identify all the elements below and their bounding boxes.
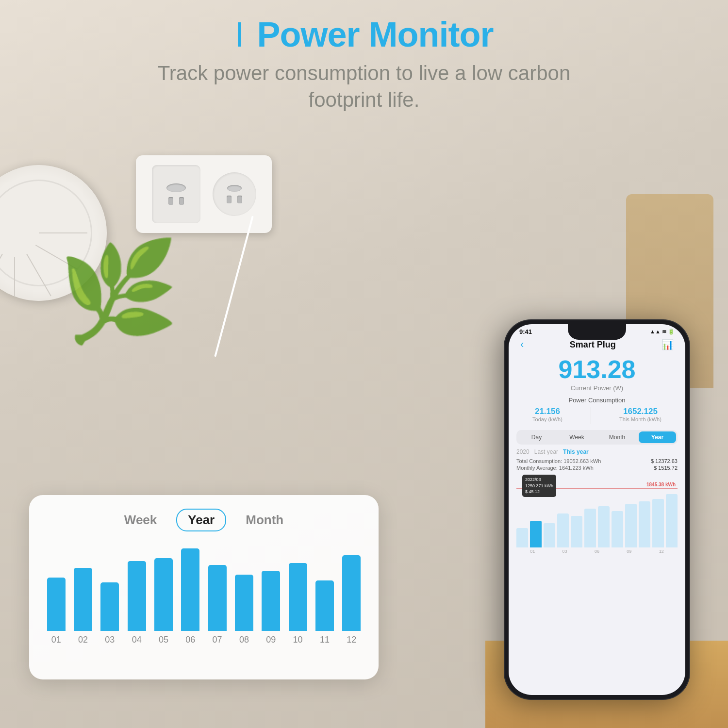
chart-bar [181, 548, 199, 631]
chart-bar-group: 10 [286, 543, 309, 645]
chart-bar [262, 571, 280, 631]
power-label: Current Power (W) [516, 384, 678, 392]
total-consumption-row: Total Consumption: 19052.663 kWh $ 12372… [516, 458, 678, 464]
chart-bar-group: 01 [45, 543, 67, 645]
chart-bar-group: 09 [260, 543, 282, 645]
outlet-socket-2 [213, 172, 256, 216]
outlet-hole-top [166, 183, 186, 192]
phone-notch [568, 324, 626, 340]
outlet-hole-2-left [227, 196, 232, 203]
hero-section: I Power Monitor Track power consumption … [0, 15, 728, 113]
chart-bar-label: 08 [239, 635, 249, 645]
avg-row: Monthly Average: 1641.223 kWh $ 1515.72 [516, 465, 678, 471]
chart-bar-group: 11 [313, 543, 336, 645]
chart-bar-label: 07 [213, 635, 222, 645]
chart-bar-label: 03 [105, 635, 115, 645]
phone-bar [652, 499, 664, 547]
phone-bar [612, 511, 623, 547]
chart-bar-group: 08 [232, 543, 255, 645]
phone-bar [666, 494, 678, 547]
chart-bar [208, 565, 227, 631]
phone-chart-labels: 01 03 06 09 12 [516, 549, 678, 554]
chart-bar [235, 575, 253, 631]
phone-bar [571, 516, 582, 547]
year-2020[interactable]: 2020 [516, 448, 529, 455]
total-label: Total Consumption: 19052.663 kWh [516, 458, 601, 464]
back-button[interactable]: ‹ [520, 338, 524, 351]
section-title: Power Consumption [516, 397, 678, 404]
tab-week[interactable]: Week [124, 513, 157, 528]
phone-tab-month[interactable]: Month [598, 431, 636, 443]
page-title: I Power Monitor [0, 15, 728, 54]
phone-bar [530, 521, 542, 547]
phone-bar [625, 504, 637, 547]
chart-bar [289, 563, 307, 631]
year-this[interactable]: This year [563, 448, 589, 455]
year-last[interactable]: Last year [534, 448, 558, 455]
title-main: Power Monitor [257, 15, 494, 54]
chart-bars-area: 010203040506070809101112 [45, 543, 363, 660]
chart-bar-label: 09 [266, 635, 276, 645]
phone-tab-day[interactable]: Day [518, 431, 555, 443]
chart-card: Week Year Month 010203040506070809101112 [29, 495, 379, 679]
tab-year[interactable]: Year [176, 509, 226, 531]
phone-tab-week[interactable]: Week [558, 431, 596, 443]
chart-bar-group: 07 [206, 543, 229, 645]
chart-bar-label: 02 [78, 635, 88, 645]
stat-today: 21.156 Today (kWh) [532, 407, 563, 424]
stat-divider [591, 407, 591, 424]
chart-bar-label: 06 [185, 635, 195, 645]
chart-bar-group: 05 [152, 543, 175, 645]
title-bar: I [234, 15, 244, 54]
stat-today-value: 21.156 [532, 407, 563, 416]
chart-bar [154, 558, 173, 631]
phone: 9:41 ▲▲ ≋ 🔋 ‹ Smart Plug 📊 913.28 Curren… [505, 320, 689, 699]
stat-month-value: 1652.125 [619, 407, 662, 416]
chart-bar [342, 555, 361, 631]
chart-bar-label: 05 [159, 635, 168, 645]
tab-month[interactable]: Month [246, 513, 283, 528]
phone-bar [584, 509, 596, 547]
tooltip-cost: $ 45.12 [525, 489, 553, 495]
chart-bar-group: 12 [340, 543, 363, 645]
outlet-hole-left [168, 197, 173, 205]
subtitle-line1: Track power consumption to live a low ca… [158, 62, 571, 84]
chart-bar-group: 04 [125, 543, 148, 645]
chart-bar-label: 11 [320, 635, 330, 645]
page-subtitle: Track power consumption to live a low ca… [0, 60, 728, 113]
phone-bar [557, 513, 569, 547]
phone-content: ‹ Smart Plug 📊 913.28 Current Power (W) … [509, 335, 685, 562]
chart-bar [315, 580, 334, 631]
outlet-hole-right [179, 197, 184, 205]
chart-bar-label: 12 [347, 635, 356, 645]
phone-bar [544, 523, 555, 547]
chart-bar-group: 02 [71, 543, 94, 645]
subtitle-line2: footprint life. [309, 88, 420, 111]
phone-tab-row: Day Week Month Year [516, 430, 678, 445]
chart-tabs: Week Year Month [45, 509, 363, 531]
chart-bar [74, 568, 92, 631]
chart-tooltip: 2022/03 1250.371 kWh $ 45.12 [522, 475, 556, 497]
stats-row: 21.156 Today (kWh) 1652.125 This Month (… [516, 407, 678, 424]
phone-bar [598, 506, 610, 547]
avg-value: $ 1515.72 [654, 465, 678, 471]
chart-bar-label: 04 [132, 635, 142, 645]
outlet-holes-2-bottom [227, 196, 242, 203]
status-icons: ▲▲ ≋ 🔋 [650, 329, 675, 335]
chart-bar [100, 582, 119, 631]
chart-bar-label: 10 [293, 635, 303, 645]
chart-bar [128, 561, 146, 631]
status-time: 9:41 [519, 328, 532, 335]
tooltip-date: 2022/03 [525, 477, 553, 483]
phone-tab-year[interactable]: Year [639, 431, 676, 443]
phone-bar [516, 528, 528, 547]
plant-decoration: 🌿 [58, 243, 180, 340]
chart-bar [47, 578, 66, 631]
redline-value: 1845.38 kWh [646, 482, 676, 487]
outlet-socket-1 [152, 165, 200, 223]
phone-screen: 9:41 ▲▲ ≋ 🔋 ‹ Smart Plug 📊 913.28 Curren… [509, 324, 685, 695]
stat-month: 1652.125 This Month (kWh) [619, 407, 662, 424]
chart-icon[interactable]: 📊 [662, 339, 674, 350]
tooltip-kwh: 1250.371 kWh [525, 483, 553, 489]
stat-month-label: This Month (kWh) [619, 416, 662, 422]
